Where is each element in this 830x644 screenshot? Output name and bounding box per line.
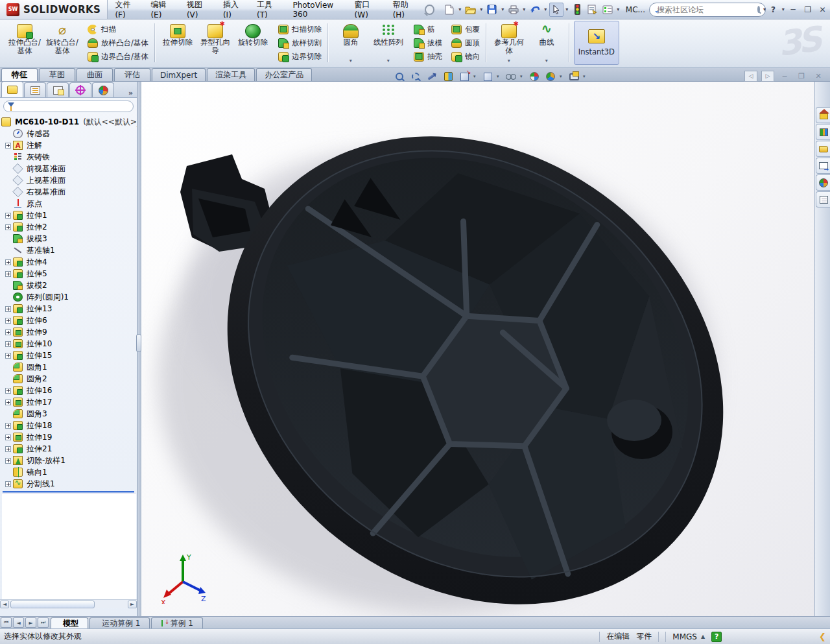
tree-item-row[interactable]: 灰铸铁	[1, 151, 137, 163]
tree-item-row[interactable]: 拉伸10	[1, 338, 137, 350]
instant3d-toggle[interactable]: Instant3D	[574, 21, 619, 65]
expand-plus-icon[interactable]	[5, 329, 11, 335]
tab-feature-manager[interactable]	[1, 82, 23, 97]
expand-plus-icon[interactable]	[5, 400, 11, 405]
command-tab[interactable]: 特征	[1, 68, 38, 81]
tree-item-row[interactable]: 注解	[1, 139, 137, 151]
expand-plus-icon[interactable]	[5, 388, 11, 394]
tab-appearances-scenes[interactable]	[816, 174, 830, 191]
ribbon-big-button[interactable]: 拉伸切除	[160, 21, 196, 65]
tree-item-row[interactable]: 拉伸4	[1, 256, 137, 268]
doc-minimize-button[interactable]: ─	[778, 71, 791, 82]
expand-plus-icon[interactable]	[5, 341, 11, 347]
file-properties-button[interactable]	[586, 3, 600, 17]
pin-menu-icon[interactable]	[425, 5, 434, 15]
doc-close-button[interactable]: ✕	[812, 71, 825, 82]
ribbon-small-button[interactable]: 抽壳	[410, 50, 445, 63]
section-view-icon[interactable]	[441, 70, 455, 83]
zoom-fit-icon[interactable]	[392, 70, 407, 83]
ribbon-big-button[interactable]: 旋转切除	[235, 21, 271, 65]
study-tab[interactable]: 运动算例 1	[89, 617, 150, 628]
options-button[interactable]	[600, 3, 615, 17]
options-dropdown-caret[interactable]: ▾	[615, 3, 621, 17]
display-style-caret[interactable]: ▾	[497, 74, 502, 79]
tree-item-row[interactable]: 圆角2	[1, 373, 137, 385]
tree-item-row[interactable]: 拉伸2	[1, 221, 137, 233]
tree-item-row[interactable]: 基准轴1	[1, 244, 137, 256]
collapse-right-pane-icon[interactable]: ▷	[761, 71, 774, 82]
select-dropdown-caret[interactable]: ▾	[564, 3, 570, 17]
display-style-icon[interactable]	[480, 70, 495, 83]
view-settings-caret[interactable]: ▾	[583, 74, 588, 79]
tab-dimxpert-manager[interactable]	[69, 82, 91, 97]
expand-plus-icon[interactable]	[5, 224, 11, 230]
tree-item-row[interactable]: 拉伸21	[1, 443, 137, 455]
ribbon-small-button[interactable]: 边界切除	[275, 50, 325, 63]
ribbon-big-button[interactable]: 线性阵列 ▾	[370, 21, 407, 65]
expand-plus-icon[interactable]	[5, 446, 11, 452]
quick-tips-icon[interactable]: ?	[711, 632, 722, 642]
help-dropdown-caret[interactable]: ▾	[781, 3, 786, 17]
tree-item-row[interactable]: 前视基准面	[1, 163, 137, 174]
tab-property-manager[interactable]	[24, 82, 46, 97]
tree-item-row[interactable]: 拉伸15	[1, 350, 137, 361]
command-tab[interactable]: 办公室产品	[256, 68, 312, 81]
menu-item[interactable]: 文件(F)	[108, 0, 143, 19]
ribbon-small-button[interactable]: 筋	[410, 23, 445, 36]
ribbon-big-button[interactable]: 参考几何体 ▾	[491, 21, 527, 65]
command-tab[interactable]: 评估	[114, 68, 150, 81]
dropdown-caret-icon[interactable]: ▾	[387, 58, 390, 64]
tree-item-row[interactable]: 拉伸9	[1, 326, 137, 338]
expand-plus-icon[interactable]	[5, 458, 11, 464]
search-icon[interactable]	[757, 6, 760, 13]
doc-restore-button[interactable]: ❐	[795, 71, 808, 82]
command-tab[interactable]: 草图	[39, 68, 75, 81]
tree-item-row[interactable]: 拔模3	[1, 233, 137, 244]
open-dropdown-caret[interactable]: ▾	[479, 3, 484, 17]
panel-horizontal-scrollbar[interactable]: ◄ ►	[0, 599, 137, 608]
print-button[interactable]	[506, 3, 521, 17]
save-dropdown-caret[interactable]: ▾	[500, 3, 506, 17]
tree-item-row[interactable]: 拉伸13	[1, 303, 137, 315]
tree-root-row[interactable]: MC610-10-D11 (默认<<默认>_显示	[1, 116, 137, 128]
study-tab[interactable]: 算例 1	[151, 617, 202, 628]
command-tab[interactable]: 曲面	[77, 68, 113, 81]
tree-item-row[interactable]: 圆角1	[1, 361, 137, 373]
minimize-button[interactable]: ─	[786, 3, 801, 16]
save-button[interactable]	[485, 3, 499, 17]
close-button[interactable]: ✕	[815, 3, 830, 16]
command-tab[interactable]: DimXpert	[152, 68, 206, 81]
ribbon-big-button[interactable]: 拉伸凸台/基体	[6, 21, 43, 65]
tree-item-row[interactable]: 圆角3	[1, 408, 137, 420]
tab-solidworks-resources[interactable]	[816, 107, 830, 123]
splitter-handle[interactable]	[136, 334, 141, 352]
search-input[interactable]	[657, 5, 754, 14]
ribbon-small-button[interactable]: 放样切割	[275, 36, 325, 49]
menu-item[interactable]: 帮助(H)	[386, 0, 423, 19]
view-settings-icon[interactable]	[567, 70, 581, 83]
tab-display-manager[interactable]	[92, 82, 114, 97]
status-flyout-icon[interactable]: ❮	[819, 632, 826, 641]
tab-configuration-manager[interactable]	[47, 82, 69, 97]
tree-item-row[interactable]: 上视基准面	[1, 174, 137, 186]
expand-plus-icon[interactable]	[5, 143, 11, 149]
view-orientation-icon[interactable]	[457, 70, 471, 83]
graphics-viewport[interactable]: Y X Z	[141, 82, 814, 616]
tree-item-row[interactable]: 阵列(圆周)1	[1, 291, 137, 303]
expand-plus-icon[interactable]	[5, 423, 11, 429]
ribbon-big-button[interactable]: 曲线 ▾	[528, 21, 565, 65]
previous-view-icon[interactable]	[425, 70, 439, 83]
tree-filter-input[interactable]	[17, 102, 129, 111]
ribbon-small-button[interactable]: 拔模	[410, 36, 445, 49]
expand-plus-icon[interactable]	[5, 481, 11, 487]
tree-item-row[interactable]: 原点	[1, 198, 137, 209]
scroll-right-arrow[interactable]: ►	[128, 601, 137, 608]
rebuild-button[interactable]	[571, 3, 585, 17]
menu-item[interactable]: 窗口(W)	[348, 0, 386, 19]
ribbon-big-button[interactable]: 旋转凸台/基体	[44, 21, 80, 65]
tab-overflow-chevron[interactable]: »	[128, 89, 133, 97]
scroll-left-arrow[interactable]: ◄	[0, 601, 9, 608]
menu-item[interactable]: 视图(V)	[180, 0, 216, 19]
dropdown-caret-icon[interactable]: ▾	[508, 58, 510, 64]
ribbon-small-button[interactable]: 包覆	[448, 23, 483, 36]
